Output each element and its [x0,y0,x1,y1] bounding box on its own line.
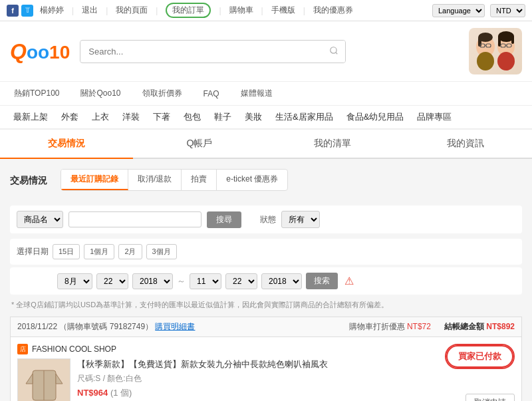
cat-bottoms[interactable]: 下著 [146,106,177,128]
twitter-icon[interactable]: 𝕋 [21,5,33,17]
search-input[interactable] [80,41,323,62]
tab-wishlist[interactable]: 我的清單 [266,130,399,159]
filter-row: 商品名 搜尋 狀態 所有 [10,205,522,233]
filter-input[interactable] [68,211,201,227]
warning-icon: ⚠ [344,275,354,287]
shop-name: FASHION COOL SHOP [32,344,116,354]
view-receipt-link[interactable]: 購買明細書 [155,322,195,331]
subnav-media[interactable]: 媒體報道 [237,86,277,101]
sub-nav: 熱銷TOP100 關於Qoo10 領取折價券 FAQ 媒體報道 [0,82,532,106]
to-day-select[interactable]: 22 [225,273,257,289]
tab-qaccount[interactable]: Q帳戶 [133,130,266,159]
avatar-area [469,28,522,74]
cat-new[interactable]: 最新上架 [7,106,55,128]
shop-icon: 店 [17,344,28,354]
logo-q: Q [10,39,27,64]
sub-tabs: 最近訂購記錄 取消/退款 拍賣 e-ticket 優惠券 [61,169,288,191]
date-quick-2m[interactable]: 2月 [118,244,142,259]
cat-beauty[interactable]: 美妝 [238,106,269,128]
order-id: 79182749 [110,322,145,331]
coupons-link[interactable]: 我的優惠券 [313,5,353,16]
subtab-cancel[interactable]: 取消/退款 [128,170,182,190]
tab-myinfo[interactable]: 我的資訊 [399,130,532,159]
subnav-top100[interactable]: 熱銷TOP100 [10,86,63,101]
avatar [469,28,522,74]
top-bar-right: Language NTD [432,4,525,17]
cancel-button[interactable]: 取消申請 [466,394,515,401]
from-year-select[interactable]: 2018 [132,273,173,289]
product-row: 【秋季新款】【免費送貨】新款女裝九分袖中長款純色喇叭袖風衣 尺碼:S / 顏色:… [17,358,428,401]
date-quick-1m[interactable]: 1個月 [84,244,114,259]
language-select[interactable]: Language [432,4,485,17]
svg-rect-13 [498,36,501,47]
cat-brand[interactable]: 品牌專區 [410,106,458,128]
date-range-row: 8月 22 2018 ～ 11 22 2018 搜索 ⚠ [10,267,522,295]
cat-dress[interactable]: 洋裝 [116,106,146,128]
subtab-auction[interactable]: 拍賣 [182,170,217,190]
cat-bags[interactable]: 包包 [177,106,207,128]
date-label: 選擇日期 [17,246,49,257]
date-filter-row: 選擇日期 15日 1個月 2月 3個月 [10,239,522,265]
status-select[interactable]: 所有 [281,211,320,228]
social-icons: f 𝕋 [7,5,33,17]
search-button[interactable] [323,41,345,63]
paid-button[interactable]: 買家已付款 [446,345,513,368]
product-name: 【秋季新款】【免費送貨】新款女裝九分袖中長款純色喇叭袖風衣 [77,358,428,370]
date-quick-15[interactable]: 15日 [53,244,80,259]
logo[interactable]: Qoo10 [10,39,70,64]
main-tabs: 交易情況 Q帳戶 我的清單 我的資訊 [0,130,532,159]
content-area: 交易情況 最近訂購記錄 取消/退款 拍賣 e-ticket 優惠券 商品名 搜尋… [0,159,532,401]
product-details: 【秋季新款】【免費送貨】新款女裝九分袖中長款純色喇叭袖風衣 尺碼:S / 顏色:… [77,358,428,401]
product-image [17,358,70,401]
cat-shoes[interactable]: 鞋子 [207,106,238,128]
my-orders-link[interactable]: 我的訂單 [166,3,211,18]
from-day-select[interactable]: 22 [96,273,128,289]
my-face-link[interactable]: 我的頁面 [116,5,148,16]
paid-status-circle: 買家已付款 [445,344,515,369]
cart-link[interactable]: 購物車 [229,5,253,16]
mobile-link[interactable]: 手機版 [271,5,295,16]
currency-select[interactable]: NTD [490,4,525,17]
username-label: 楊婷婷 [40,5,64,16]
cat-food[interactable]: 食品&幼兒用品 [340,106,411,128]
logout-link[interactable]: 退出 [82,5,98,16]
subnav-about[interactable]: 關於Qoo10 [76,86,124,101]
svg-rect-14 [511,36,514,44]
from-month-select[interactable]: 8月 [57,273,92,289]
header: Qoo10 [0,21,532,82]
tab-transaction[interactable]: 交易情況 [0,130,133,159]
notice-text: * 全球Q店鋪訂購均以USD為基準計算，支付時的匯率以最近似值計算，因此會與實際… [10,300,522,310]
cat-jacket[interactable]: 外套 [55,106,85,128]
order-header-right: 購物車打折優惠 NT$72 結帳總金額 NT$892 [349,321,515,333]
to-year-select[interactable]: 2018 [261,273,302,289]
subtab-eticket[interactable]: e-ticket 優惠券 [217,170,287,190]
date-search-btn[interactable]: 搜索 [306,273,338,289]
subtab-recent[interactable]: 最近訂購記錄 [61,170,128,190]
svg-point-9 [477,52,494,70]
logo-oo: oo [27,42,49,63]
date-separator: ～ [177,275,186,287]
cat-living[interactable]: 生活&居家用品 [269,106,340,128]
field-select[interactable]: 商品名 [17,211,63,228]
subnav-coupons[interactable]: 領取折價券 [138,86,186,101]
category-nav: 最新上架 外套 上衣 洋裝 下著 包包 鞋子 美妝 生活&居家用品 食品&幼兒用… [0,106,532,130]
order-actions: 買家已付款 取消申請 [435,344,515,401]
logo-10: 10 [49,42,70,63]
order-discount-label: 購物車打折優惠 NT$72 [349,321,431,333]
order-header: 2018/11/22 （購物車號碼 79182749） 購買明細書 購物車打折優… [10,317,522,336]
search-btn[interactable]: 搜尋 [207,211,241,228]
svg-line-1 [336,52,338,54]
section-title: 交易情況 [10,175,47,187]
product-price: NT$964 (1 個) [77,387,428,399]
order-date-id: 2018/11/22 （購物車號碼 79182749） 購買明細書 [17,321,195,333]
order-total-label: 結帳總金額 NT$892 [444,321,515,333]
facebook-icon[interactable]: f [7,5,19,17]
to-month-select[interactable]: 11 [190,273,221,289]
subnav-faq[interactable]: FAQ [200,87,223,100]
date-quick-3m[interactable]: 3個月 [146,244,177,259]
status-label: 狀態 [260,214,276,225]
cat-tops[interactable]: 上衣 [85,106,116,128]
svg-point-18 [497,52,515,70]
shop-row: 店 FASHION COOL SHOP [17,344,428,354]
order-date: 2018/11/22 [17,322,57,331]
